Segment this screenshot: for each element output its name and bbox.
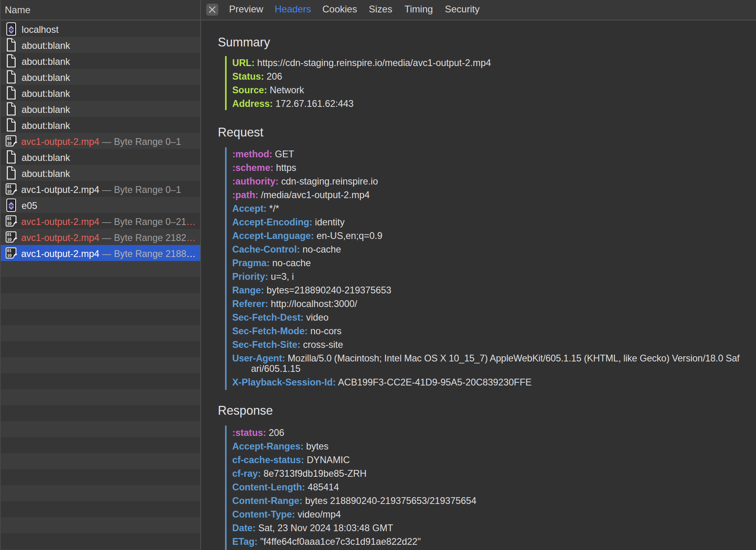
svg-text:10: 10	[7, 237, 12, 242]
svg-text:10: 10	[7, 221, 12, 226]
svg-text:10: 10	[7, 189, 12, 194]
svg-text:10: 10	[7, 141, 12, 146]
svg-text:10: 10	[7, 253, 12, 258]
